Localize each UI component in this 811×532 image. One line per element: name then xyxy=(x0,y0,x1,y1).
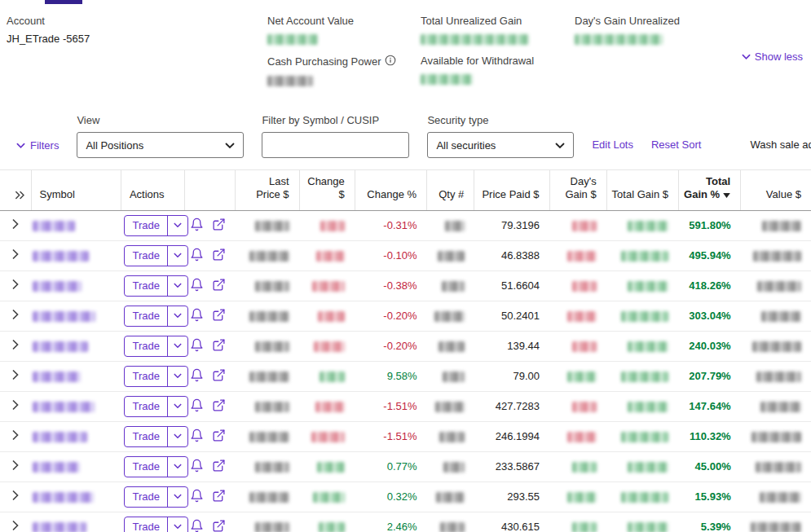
col-change-pct[interactable]: Change % xyxy=(355,170,426,211)
trade-button[interactable]: Trade xyxy=(124,456,187,477)
change-amt-redacted xyxy=(315,402,345,412)
external-link-icon[interactable] xyxy=(212,519,226,532)
external-link-icon[interactable] xyxy=(212,248,226,264)
alert-bell-icon[interactable] xyxy=(190,459,204,475)
expand-row-icon[interactable] xyxy=(9,489,22,504)
alert-bell-icon[interactable] xyxy=(190,218,204,234)
trade-button[interactable]: Trade xyxy=(124,426,187,447)
change-amt-redacted xyxy=(320,372,345,382)
total-gain-pct-cell: 303.04% xyxy=(678,301,740,331)
alert-bell-icon[interactable] xyxy=(190,429,204,445)
alert-bell-icon[interactable] xyxy=(190,489,204,505)
trade-menu-caret-icon[interactable] xyxy=(167,246,187,266)
change-pct-cell: 2.46% xyxy=(355,512,426,532)
change-pct-cell: 9.58% xyxy=(355,361,426,391)
expand-row-icon[interactable] xyxy=(9,338,22,354)
days-gain-unrealized-redacted xyxy=(575,34,663,45)
filters-toggle-link[interactable]: Filters xyxy=(16,139,59,152)
symbol-redacted xyxy=(33,372,81,382)
expand-row-icon[interactable] xyxy=(9,459,22,474)
days-gain-unrealized-label: Day's Gain Unrealized xyxy=(575,15,742,27)
trade-menu-caret-icon[interactable] xyxy=(167,397,187,416)
trade-menu-caret-icon[interactable] xyxy=(167,306,187,326)
trade-button[interactable]: Trade xyxy=(124,306,187,327)
alert-bell-icon[interactable] xyxy=(190,248,204,264)
qty-redacted xyxy=(442,281,465,292)
trade-button[interactable]: Trade xyxy=(124,215,187,236)
expand-row-icon[interactable] xyxy=(9,368,22,384)
expand-row-icon[interactable] xyxy=(9,278,22,293)
external-link-icon[interactable] xyxy=(212,459,226,475)
col-qty[interactable]: Qty # xyxy=(427,170,474,211)
alert-bell-icon[interactable] xyxy=(190,278,204,294)
col-total-gain-pct[interactable]: Total Gain % xyxy=(678,170,740,211)
show-less-link[interactable]: Show less xyxy=(742,16,803,96)
view-select[interactable]: All Positions xyxy=(77,132,244,158)
trade-button[interactable]: Trade xyxy=(124,517,187,532)
trade-menu-caret-icon[interactable] xyxy=(167,487,187,507)
expand-row-icon[interactable] xyxy=(9,218,22,233)
col-change-amt[interactable]: Change $ xyxy=(299,170,355,211)
col-last-price[interactable]: Last Price $ xyxy=(236,170,299,211)
col-total-gain[interactable]: Total Gain $ xyxy=(606,170,678,211)
external-link-icon[interactable] xyxy=(212,429,226,445)
expand-row-icon[interactable] xyxy=(9,429,22,444)
expand-all-header[interactable] xyxy=(0,170,31,211)
col-price-paid[interactable]: Price Paid $ xyxy=(474,170,549,211)
external-link-icon[interactable] xyxy=(212,489,226,505)
days-gain-redacted xyxy=(567,311,597,322)
trade-menu-caret-icon[interactable] xyxy=(167,216,187,235)
external-link-icon[interactable] xyxy=(212,398,226,415)
expand-row-icon[interactable] xyxy=(9,308,22,323)
trade-menu-caret-icon[interactable] xyxy=(167,367,187,386)
trade-button[interactable]: Trade xyxy=(124,486,187,508)
symbol-filter-field: Filter by Symbol / CUSIP xyxy=(262,114,409,158)
alert-bell-icon[interactable] xyxy=(190,308,204,324)
view-label: View xyxy=(77,114,244,126)
qty-redacted xyxy=(438,251,465,262)
trade-menu-caret-icon[interactable] xyxy=(167,276,187,296)
trade-button[interactable]: Trade xyxy=(124,245,187,266)
trade-button[interactable]: Trade xyxy=(124,275,187,297)
alert-bell-icon[interactable] xyxy=(190,368,204,385)
total-gain-pct-cell: 5.39% xyxy=(678,512,740,532)
trade-button[interactable]: Trade xyxy=(124,396,187,417)
change-pct-cell: -1.51% xyxy=(355,391,426,421)
total-gain-redacted xyxy=(628,402,668,412)
total-gain-pct-cell: 591.80% xyxy=(678,210,740,240)
external-link-icon[interactable] xyxy=(212,368,226,385)
symbol-cusip-input[interactable] xyxy=(262,132,409,158)
price-paid-cell: 427.7283 xyxy=(474,391,549,421)
alert-bell-icon[interactable] xyxy=(190,338,204,354)
security-type-select[interactable]: All securities xyxy=(427,132,574,158)
trade-menu-caret-icon[interactable] xyxy=(167,517,187,532)
trade-button[interactable]: Trade xyxy=(124,366,187,387)
external-link-icon[interactable] xyxy=(212,278,226,294)
col-symbol[interactable]: Symbol xyxy=(31,170,121,211)
change-pct-cell: -0.10% xyxy=(355,240,426,270)
trade-button[interactable]: Trade xyxy=(124,336,187,357)
expand-row-icon[interactable] xyxy=(9,519,22,532)
reset-sort-link[interactable]: Reset Sort xyxy=(651,138,701,151)
trade-menu-caret-icon[interactable] xyxy=(167,457,187,477)
info-icon[interactable] xyxy=(385,55,396,68)
trade-menu-caret-icon[interactable] xyxy=(167,336,187,356)
expand-row-icon[interactable] xyxy=(9,248,22,263)
col-days-gain[interactable]: Day's Gain $ xyxy=(549,170,606,211)
alert-bell-icon[interactable] xyxy=(190,519,204,532)
qty-redacted xyxy=(439,432,465,442)
position-row: Trade-1.51%246.1994110.32% xyxy=(0,421,811,451)
external-link-icon[interactable] xyxy=(212,218,226,234)
external-link-icon[interactable] xyxy=(212,338,226,354)
edit-lots-link[interactable]: Edit Lots xyxy=(592,138,633,151)
expand-all-icon[interactable] xyxy=(8,190,26,202)
total-gain-pct-cell: 110.32% xyxy=(678,421,740,451)
position-row: Trade-0.20%50.2401303.04% xyxy=(0,301,811,331)
net-account-value-redacted xyxy=(267,34,318,45)
external-link-icon[interactable] xyxy=(212,308,226,324)
total-unrealized-gain-redacted xyxy=(421,34,529,45)
alert-bell-icon[interactable] xyxy=(190,398,204,415)
trade-menu-caret-icon[interactable] xyxy=(167,427,187,446)
expand-row-icon[interactable] xyxy=(9,398,22,414)
col-value[interactable]: Value $ xyxy=(741,170,811,211)
